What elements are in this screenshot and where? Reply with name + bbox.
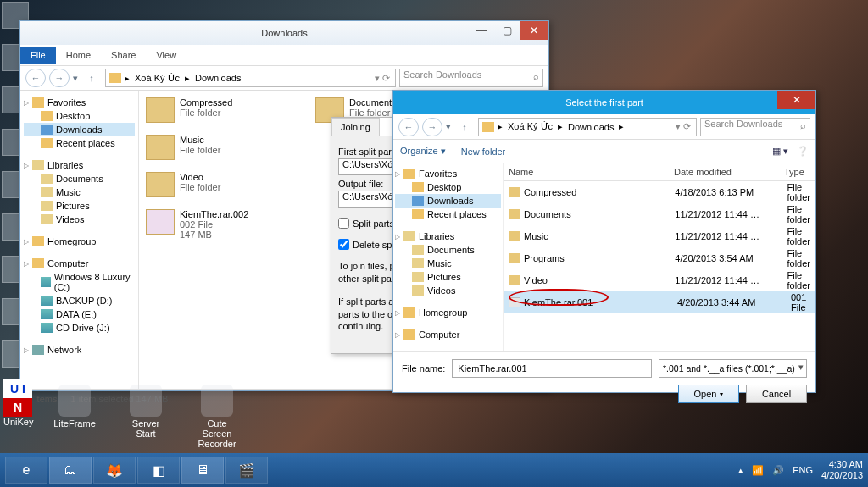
tray-network-icon[interactable]: 📶	[752, 465, 764, 476]
chevron-down-icon[interactable]: ▾	[446, 121, 451, 132]
tray-icon[interactable]: ▴	[738, 465, 743, 476]
taskbar-explorer[interactable]: 🗂	[49, 457, 92, 484]
folder-icon	[509, 253, 520, 263]
up-button[interactable]: ↑	[81, 69, 102, 87]
nav-computer[interactable]: ▷Computer	[395, 328, 501, 341]
desktop-app-liteframe[interactable]: LiteFrame	[51, 385, 98, 459]
dialog-titlebar[interactable]: Select the first part ✕	[393, 91, 815, 114]
nav-homegroup[interactable]: ▷Homegroup	[395, 306, 501, 319]
nav-item-pictures[interactable]: Pictures	[395, 270, 501, 284]
refresh-icon[interactable]: ▾ ⟳	[373, 73, 392, 84]
nav-homegroup[interactable]: ▷Homegroup	[24, 235, 135, 248]
nav-item-desktop[interactable]: Desktop	[395, 180, 501, 194]
back-button[interactable]: ←	[25, 69, 46, 87]
titlebar[interactable]: Downloads — ▢ ✕	[20, 21, 548, 45]
cancel-button[interactable]: Cancel	[746, 385, 807, 403]
taskbar-clock[interactable]: 4:30 AM 4/20/2013	[821, 459, 863, 481]
col-name[interactable]: Name	[504, 163, 669, 180]
nav-item-drive-d[interactable]: BACKUP (D:)	[24, 294, 135, 307]
filter-select[interactable]	[659, 359, 807, 378]
forward-button[interactable]: →	[422, 118, 442, 136]
column-headers[interactable]: Name Date modified Type	[504, 163, 815, 181]
file-row[interactable]: Compressed4/18/2013 6:13 PMFile folder	[504, 181, 815, 203]
tab-joining[interactable]: Joining	[331, 118, 380, 136]
nav-item-music[interactable]: Music	[395, 257, 501, 270]
close-button[interactable]: ✕	[777, 91, 815, 109]
new-folder-button[interactable]: New folder	[461, 147, 506, 157]
nav-network[interactable]: ▷Network	[24, 343, 135, 357]
file-item[interactable]: CompressedFile folder	[146, 97, 273, 123]
nav-item-drive-c[interactable]: Windows 8 Luxury (C:)	[24, 270, 135, 294]
dialog-file-list[interactable]: Name Date modified Type Compressed4/18/2…	[504, 163, 815, 351]
nav-item-drive-e[interactable]: DATA (E:)	[24, 307, 135, 321]
chevron-down-icon[interactable]: ▾	[73, 73, 78, 84]
tray-volume-icon[interactable]: 🔊	[772, 465, 784, 476]
file-dialog: Select the first part ✕ ← → ▾ ↑ ▸ Xoá Ký…	[392, 90, 816, 393]
nav-item-recent[interactable]: Recent places	[24, 136, 135, 150]
col-type[interactable]: Type	[779, 163, 815, 180]
ribbon-tab-home[interactable]: Home	[56, 47, 101, 64]
file-row[interactable]: KiemThe.rar.0014/20/2013 3:44 AM001 File	[504, 291, 815, 313]
desktop-app-cutescreen[interactable]: Cute Screen Recorder …	[193, 385, 241, 459]
ribbon-tab-file[interactable]: File	[20, 47, 56, 64]
ribbon-tab-share[interactable]: Share	[101, 47, 146, 64]
refresh-icon[interactable]: ▾ ⟳	[674, 121, 693, 132]
file-type: File folder	[787, 182, 810, 202]
taskbar-firefox[interactable]: 🦊	[93, 457, 136, 484]
file-row[interactable]: Programs4/20/2013 3:54 AMFile folder	[504, 247, 815, 269]
pictures-icon	[41, 201, 53, 211]
breadcrumb[interactable]: ▸ Xoá Ký Ức ▸ Downloads ▾ ⟳	[105, 69, 396, 87]
maximize-button[interactable]: ▢	[494, 21, 520, 40]
nav-item-documents[interactable]: Documents	[395, 243, 501, 257]
nav-item-videos[interactable]: Videos	[395, 284, 501, 297]
nav-libraries[interactable]: ▷Libraries	[395, 230, 501, 243]
forward-button[interactable]: →	[49, 69, 70, 87]
search-input[interactable]: Search Downloads	[399, 69, 543, 87]
taskbar-ie[interactable]: e	[5, 457, 47, 484]
file-type: File folder	[787, 270, 810, 291]
nav-item-documents[interactable]: Documents	[24, 172, 135, 185]
file-date: 4/20/2013 3:54 AM	[675, 253, 783, 263]
breadcrumb[interactable]: ▸ Xoá Ký Ức ▸ Downloads ▸ ▾ ⟳	[478, 118, 697, 136]
open-button[interactable]: Open▾	[678, 385, 739, 403]
nav-item-pictures[interactable]: Pictures	[24, 199, 135, 213]
back-button[interactable]: ←	[398, 118, 419, 136]
ribbon-tab-view[interactable]: View	[146, 47, 186, 64]
file-item[interactable]: VideoFile folder	[146, 172, 273, 197]
nav-item-music[interactable]: Music	[24, 185, 135, 199]
star-icon	[32, 97, 44, 108]
nav-favorites[interactable]: ▷Favorites	[395, 167, 501, 180]
file-item[interactable]: KiemThe.rar.002002 File147 MB	[146, 209, 273, 240]
file-item[interactable]: MusicFile folder	[146, 135, 273, 160]
filename-input[interactable]	[452, 359, 652, 378]
organize-menu[interactable]: Organize ▾	[400, 146, 446, 157]
nav-item-desktop[interactable]: Desktop	[24, 109, 135, 123]
help-icon[interactable]: ❔	[797, 146, 809, 157]
nav-item-cd[interactable]: CD Drive (J:)	[24, 321, 135, 335]
tray-lang[interactable]: ENG	[793, 465, 813, 475]
up-button[interactable]: ↑	[454, 118, 475, 136]
minimize-button[interactable]: —	[469, 21, 494, 40]
views-button[interactable]: ▦ ▾	[772, 146, 788, 157]
nav-libraries[interactable]: ▷Libraries	[24, 158, 135, 172]
file-row[interactable]: Documents11/21/2012 11:44 …File folder	[504, 203, 815, 225]
desktop-app-unikey[interactable]: U I N UniKey	[3, 379, 32, 427]
taskbar-app[interactable]: 🎬	[225, 457, 268, 484]
col-date[interactable]: Date modified	[669, 163, 779, 180]
file-row[interactable]: Music11/21/2012 11:44 …File folder	[504, 225, 815, 247]
nav-item-recent[interactable]: Recent places	[395, 208, 501, 221]
taskbar-app[interactable]: ◧	[137, 457, 180, 484]
nav-computer[interactable]: ▷Computer	[24, 257, 135, 270]
search-input[interactable]: Search Downloads	[700, 118, 810, 136]
nav-item-downloads[interactable]: Downloads	[24, 123, 135, 136]
desktop-app-serverstart[interactable]: Server Start	[122, 385, 170, 459]
taskbar-app[interactable]: 🖥	[181, 457, 224, 484]
nav-item-videos[interactable]: Videos	[24, 213, 135, 226]
file-row[interactable]: Video11/21/2012 11:44 …File folder	[504, 269, 815, 291]
nav-favorites[interactable]: ▷Favorites	[24, 96, 135, 109]
close-button[interactable]: ✕	[520, 21, 548, 40]
nav-item-downloads[interactable]: Downloads	[395, 194, 501, 208]
filename-label: File name:	[402, 363, 445, 374]
folder-icon	[146, 97, 175, 123]
dialog-title: Select the first part	[565, 97, 643, 108]
